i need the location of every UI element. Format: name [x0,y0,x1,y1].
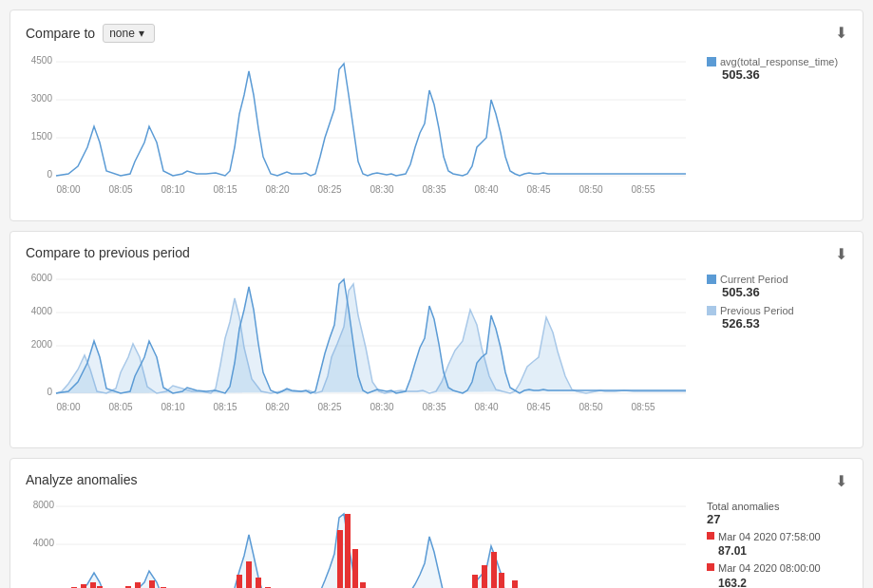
legend-label-previous: Previous Period [707,305,847,316]
svg-text:4500: 4500 [31,55,53,66]
anomaly-dot-icon [707,532,714,540]
panel-compare-to: Compare to none ▾ 4500 3000 1500 0 [9,9,864,221]
anomaly-entry-0: Mar 04 2020 07:58:00 87.01 [707,530,847,558]
panel2-header: Compare to previous period [26,245,847,260]
legend-value-previous: 526.53 [722,316,847,331]
svg-text:08:50: 08:50 [579,184,602,195]
legend-value-avg: 505.36 [722,67,847,82]
anomaly-entries-list: Mar 04 2020 07:58:00 87.01 Mar 04 2020 0… [707,530,847,588]
svg-rect-54 [135,582,141,588]
svg-text:08:35: 08:35 [422,184,446,195]
panel3-header: Analyze anomalies [26,472,847,487]
svg-text:08:15: 08:15 [213,402,237,412]
legend-item-previous: Previous Period 526.53 [707,305,847,331]
svg-rect-63 [352,549,358,588]
svg-rect-66 [482,565,487,588]
panel2-legend: Current Period 505.36 Previous Period 52… [695,270,847,334]
svg-rect-50 [90,582,96,588]
svg-text:08:55: 08:55 [631,402,655,412]
panel1-chart-area: 4500 3000 1500 0 08:00 08:05 08:10 08:15 [26,52,847,207]
svg-text:08:15: 08:15 [213,184,237,195]
compare-select-value: none [109,27,135,40]
legend-label-current: Current Period [707,274,847,285]
svg-text:4000: 4000 [33,538,55,548]
anomaly-total-label: Total anomalies [707,501,847,512]
panel-compare-previous: Compare to previous period 6000 4000 200… [9,231,864,448]
svg-text:08:00: 08:00 [56,184,80,195]
svg-text:08:00: 08:00 [56,402,80,412]
svg-rect-68 [499,573,504,588]
panel3-download-button[interactable]: ⬇ [835,472,847,490]
svg-text:08:05: 08:05 [108,402,132,412]
panel3-chart: 8000 4000 0 -4000 [26,497,695,588]
compare-select-dropdown[interactable]: none ▾ [103,24,155,43]
panel1-header: Compare to none ▾ [26,24,847,43]
svg-rect-61 [337,530,343,588]
svg-text:08:40: 08:40 [474,402,498,412]
legend-color-current [707,275,716,284]
svg-rect-67 [491,552,497,588]
panel2-chart: 6000 4000 2000 0 08:00 08:05 0 [26,270,695,434]
panel2-chart-area: 6000 4000 2000 0 08:00 08:05 0 [26,270,847,434]
svg-text:08:20: 08:20 [265,402,289,412]
legend-color-avg [707,57,716,66]
anomaly-entry-value: 163.2 [718,577,821,588]
svg-text:08:10: 08:10 [161,184,184,195]
panel1-legend: avg(total_response_time) 505.36 [695,52,847,85]
anomaly-entry-date: Mar 04 2020 08:00:00 [718,561,821,576]
panel1-chart: 4500 3000 1500 0 08:00 08:05 08:10 08:15 [26,52,695,207]
svg-text:08:45: 08:45 [526,184,550,195]
svg-text:08:05: 08:05 [108,184,132,195]
svg-text:1500: 1500 [31,131,53,142]
svg-text:08:45: 08:45 [526,402,550,412]
panel1-title: Compare to [26,26,95,41]
svg-text:8000: 8000 [33,500,55,510]
panel1-download-button[interactable]: ⬇ [835,24,847,42]
svg-rect-55 [149,580,155,588]
svg-rect-49 [81,584,86,588]
svg-text:0: 0 [47,169,52,180]
legend-label-avg: avg(total_response_time) [707,56,847,67]
svg-text:08:50: 08:50 [579,402,602,412]
legend-text-avg: avg(total_response_time) [720,56,838,67]
legend-item-current: Current Period 505.36 [707,274,847,299]
svg-text:6000: 6000 [31,273,53,283]
panel-anomalies: Analyze anomalies 8000 4000 0 -4000 [9,458,864,588]
svg-text:08:40: 08:40 [474,184,498,195]
panel2-download-button[interactable]: ⬇ [835,245,847,263]
panel3-title: Analyze anomalies [26,472,138,487]
svg-text:2000: 2000 [31,339,53,350]
svg-text:08:20: 08:20 [265,184,289,195]
anomaly-entry-value: 87.01 [718,544,821,558]
page-container: Compare to none ▾ 4500 3000 1500 0 [0,0,873,588]
anomaly-total-value: 27 [707,512,847,526]
svg-text:08:30: 08:30 [370,402,393,412]
legend-value-current: 505.36 [722,285,847,299]
svg-rect-65 [472,575,478,588]
legend-color-previous [707,306,716,315]
panel3-legend: Total anomalies 27 Mar 04 2020 07:58:00 … [695,497,847,588]
svg-rect-62 [345,514,351,588]
svg-rect-64 [360,582,366,588]
panel3-chart-area: 8000 4000 0 -4000 [26,497,847,588]
svg-text:08:10: 08:10 [161,402,184,412]
svg-text:3000: 3000 [31,93,53,104]
svg-text:08:25: 08:25 [317,184,341,195]
svg-rect-59 [256,578,261,588]
legend-item-avg: avg(total_response_time) 505.36 [707,56,847,82]
svg-text:08:30: 08:30 [370,184,393,195]
legend-text-previous: Previous Period [720,305,794,316]
anomaly-entry-date: Mar 04 2020 07:58:00 [718,530,821,544]
svg-text:0: 0 [47,387,52,397]
svg-text:08:35: 08:35 [422,402,446,412]
svg-rect-57 [237,575,242,588]
chevron-down-icon: ▾ [139,27,144,40]
anomaly-entry-1: Mar 04 2020 08:00:00 163.2 [707,561,847,588]
svg-text:08:25: 08:25 [317,402,341,412]
panel2-title: Compare to previous period [26,245,190,260]
svg-rect-69 [512,580,518,588]
svg-text:08:55: 08:55 [631,184,655,195]
svg-rect-58 [246,561,252,588]
anomaly-dot-icon [707,563,714,571]
legend-text-current: Current Period [720,274,788,285]
